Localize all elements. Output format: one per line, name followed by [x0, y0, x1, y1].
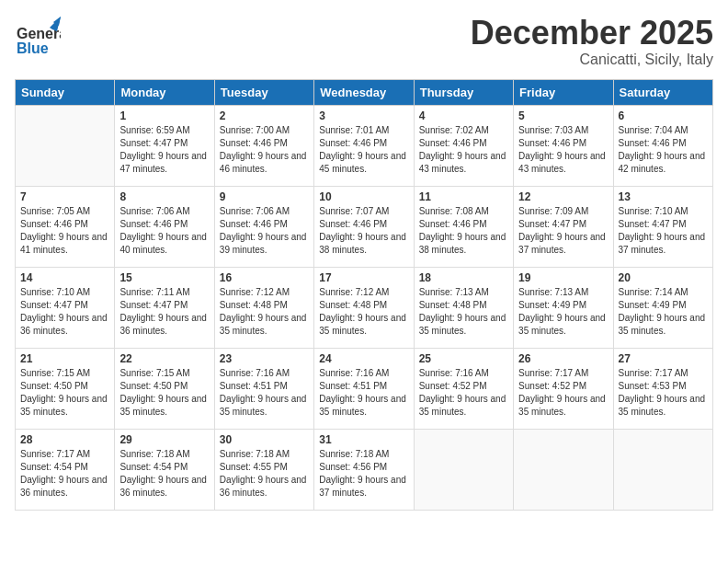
day-info: Sunrise: 7:16 AMSunset: 4:51 PMDaylight:… [220, 367, 309, 419]
day-number: 27 [619, 352, 708, 365]
calendar-week-4: 28Sunrise: 7:17 AMSunset: 4:54 PMDayligh… [16, 429, 713, 510]
day-number: 20 [619, 271, 708, 284]
day-info: Sunrise: 7:17 AMSunset: 4:54 PMDaylight:… [20, 448, 109, 500]
calendar-cell: 12Sunrise: 7:09 AMSunset: 4:47 PMDayligh… [514, 186, 613, 267]
calendar-cell: 22Sunrise: 7:15 AMSunset: 4:50 PMDayligh… [115, 348, 214, 429]
calendar-cell: 18Sunrise: 7:13 AMSunset: 4:48 PMDayligh… [414, 267, 513, 348]
calendar-cell: 10Sunrise: 7:07 AMSunset: 4:46 PMDayligh… [314, 186, 414, 267]
calendar-week-0: 1Sunrise: 6:59 AMSunset: 4:47 PMDaylight… [16, 105, 713, 186]
weekday-tuesday: Tuesday [214, 79, 313, 105]
day-info: Sunrise: 7:02 AMSunset: 4:46 PMDaylight:… [419, 124, 508, 176]
day-number: 11 [419, 190, 508, 203]
calendar-table: SundayMondayTuesdayWednesdayThursdayFrid… [15, 79, 713, 511]
day-number: 29 [119, 433, 209, 446]
day-info: Sunrise: 7:16 AMSunset: 4:52 PMDaylight:… [419, 367, 508, 419]
title-block: December 2025 Canicatti, Sicily, Italy [471, 15, 713, 68]
day-number: 17 [319, 271, 408, 284]
day-number: 6 [619, 109, 708, 122]
weekday-friday: Friday [514, 79, 613, 105]
day-number: 19 [518, 271, 608, 284]
day-number: 4 [419, 109, 508, 122]
day-info: Sunrise: 7:17 AMSunset: 4:52 PMDaylight:… [518, 367, 608, 419]
calendar-cell: 14Sunrise: 7:10 AMSunset: 4:47 PMDayligh… [16, 267, 115, 348]
day-number: 30 [220, 433, 309, 446]
calendar-cell: 11Sunrise: 7:08 AMSunset: 4:46 PMDayligh… [414, 186, 513, 267]
weekday-header-row: SundayMondayTuesdayWednesdayThursdayFrid… [16, 79, 713, 105]
day-number: 22 [119, 352, 209, 365]
weekday-sunday: Sunday [16, 79, 115, 105]
calendar-cell: 3Sunrise: 7:01 AMSunset: 4:46 PMDaylight… [314, 105, 414, 186]
calendar-cell: 31Sunrise: 7:18 AMSunset: 4:56 PMDayligh… [314, 429, 414, 510]
day-number: 12 [518, 190, 608, 203]
month-title: December 2025 [471, 15, 713, 52]
calendar-cell: 21Sunrise: 7:15 AMSunset: 4:50 PMDayligh… [16, 348, 115, 429]
day-info: Sunrise: 7:03 AMSunset: 4:46 PMDaylight:… [518, 124, 608, 176]
day-info: Sunrise: 7:01 AMSunset: 4:46 PMDaylight:… [319, 124, 408, 176]
svg-text:Blue: Blue [17, 40, 49, 56]
calendar-cell: 25Sunrise: 7:16 AMSunset: 4:52 PMDayligh… [414, 348, 513, 429]
day-info: Sunrise: 7:16 AMSunset: 4:51 PMDaylight:… [319, 367, 408, 419]
day-number: 15 [119, 271, 209, 284]
day-info: Sunrise: 7:06 AMSunset: 4:46 PMDaylight:… [220, 205, 309, 257]
day-info: Sunrise: 7:12 AMSunset: 4:48 PMDaylight:… [220, 286, 309, 338]
day-number: 16 [220, 271, 309, 284]
calendar-cell: 7Sunrise: 7:05 AMSunset: 4:46 PMDaylight… [16, 186, 115, 267]
day-number: 24 [319, 352, 408, 365]
day-number: 1 [119, 109, 209, 122]
day-info: Sunrise: 7:00 AMSunset: 4:46 PMDaylight:… [220, 124, 309, 176]
calendar-cell: 6Sunrise: 7:04 AMSunset: 4:46 PMDaylight… [613, 105, 712, 186]
day-info: Sunrise: 7:12 AMSunset: 4:48 PMDaylight:… [319, 286, 408, 338]
weekday-wednesday: Wednesday [314, 79, 414, 105]
calendar-cell [16, 105, 115, 186]
day-info: Sunrise: 7:14 AMSunset: 4:49 PMDaylight:… [619, 286, 708, 338]
day-info: Sunrise: 7:17 AMSunset: 4:53 PMDaylight:… [619, 367, 708, 419]
day-info: Sunrise: 7:11 AMSunset: 4:47 PMDaylight:… [119, 286, 209, 338]
calendar-cell [414, 429, 513, 510]
day-number: 26 [518, 352, 608, 365]
calendar-cell: 27Sunrise: 7:17 AMSunset: 4:53 PMDayligh… [613, 348, 712, 429]
calendar-cell: 16Sunrise: 7:12 AMSunset: 4:48 PMDayligh… [214, 267, 313, 348]
day-info: Sunrise: 7:04 AMSunset: 4:46 PMDaylight:… [619, 124, 708, 176]
calendar-week-1: 7Sunrise: 7:05 AMSunset: 4:46 PMDaylight… [16, 186, 713, 267]
page-header: General Blue December 2025 Canicatti, Si… [15, 15, 713, 68]
day-number: 3 [319, 109, 408, 122]
calendar-cell: 29Sunrise: 7:18 AMSunset: 4:54 PMDayligh… [115, 429, 214, 510]
day-info: Sunrise: 7:08 AMSunset: 4:46 PMDaylight:… [419, 205, 508, 257]
calendar-cell: 30Sunrise: 7:18 AMSunset: 4:55 PMDayligh… [214, 429, 313, 510]
day-number: 25 [419, 352, 508, 365]
calendar-cell: 2Sunrise: 7:00 AMSunset: 4:46 PMDaylight… [214, 105, 313, 186]
day-info: Sunrise: 7:07 AMSunset: 4:46 PMDaylight:… [319, 205, 408, 257]
calendar-cell: 19Sunrise: 7:13 AMSunset: 4:49 PMDayligh… [514, 267, 613, 348]
day-info: Sunrise: 7:05 AMSunset: 4:46 PMDaylight:… [20, 205, 109, 257]
day-number: 18 [419, 271, 508, 284]
calendar-cell: 4Sunrise: 7:02 AMSunset: 4:46 PMDaylight… [414, 105, 513, 186]
calendar-cell: 26Sunrise: 7:17 AMSunset: 4:52 PMDayligh… [514, 348, 613, 429]
calendar-cell: 13Sunrise: 7:10 AMSunset: 4:47 PMDayligh… [613, 186, 712, 267]
calendar-cell: 15Sunrise: 7:11 AMSunset: 4:47 PMDayligh… [115, 267, 214, 348]
day-info: Sunrise: 7:09 AMSunset: 4:47 PMDaylight:… [518, 205, 608, 257]
location: Canicatti, Sicily, Italy [471, 52, 713, 68]
calendar-week-3: 21Sunrise: 7:15 AMSunset: 4:50 PMDayligh… [16, 348, 713, 429]
day-info: Sunrise: 7:06 AMSunset: 4:46 PMDaylight:… [119, 205, 209, 257]
calendar-cell: 23Sunrise: 7:16 AMSunset: 4:51 PMDayligh… [214, 348, 313, 429]
day-info: Sunrise: 6:59 AMSunset: 4:47 PMDaylight:… [119, 124, 209, 176]
day-number: 9 [220, 190, 309, 203]
day-info: Sunrise: 7:13 AMSunset: 4:48 PMDaylight:… [419, 286, 508, 338]
calendar-body: 1Sunrise: 6:59 AMSunset: 4:47 PMDaylight… [16, 105, 713, 510]
day-number: 8 [119, 190, 209, 203]
calendar-cell [613, 429, 712, 510]
day-info: Sunrise: 7:10 AMSunset: 4:47 PMDaylight:… [619, 205, 708, 257]
day-number: 23 [220, 352, 309, 365]
day-number: 2 [220, 109, 309, 122]
day-info: Sunrise: 7:18 AMSunset: 4:54 PMDaylight:… [119, 448, 209, 500]
calendar-cell [514, 429, 613, 510]
calendar-cell: 20Sunrise: 7:14 AMSunset: 4:49 PMDayligh… [613, 267, 712, 348]
weekday-monday: Monday [115, 79, 214, 105]
day-number: 10 [319, 190, 408, 203]
day-number: 13 [619, 190, 708, 203]
day-number: 28 [20, 433, 109, 446]
weekday-saturday: Saturday [613, 79, 712, 105]
day-number: 21 [20, 352, 109, 365]
day-number: 7 [20, 190, 109, 203]
calendar-cell: 28Sunrise: 7:17 AMSunset: 4:54 PMDayligh… [16, 429, 115, 510]
